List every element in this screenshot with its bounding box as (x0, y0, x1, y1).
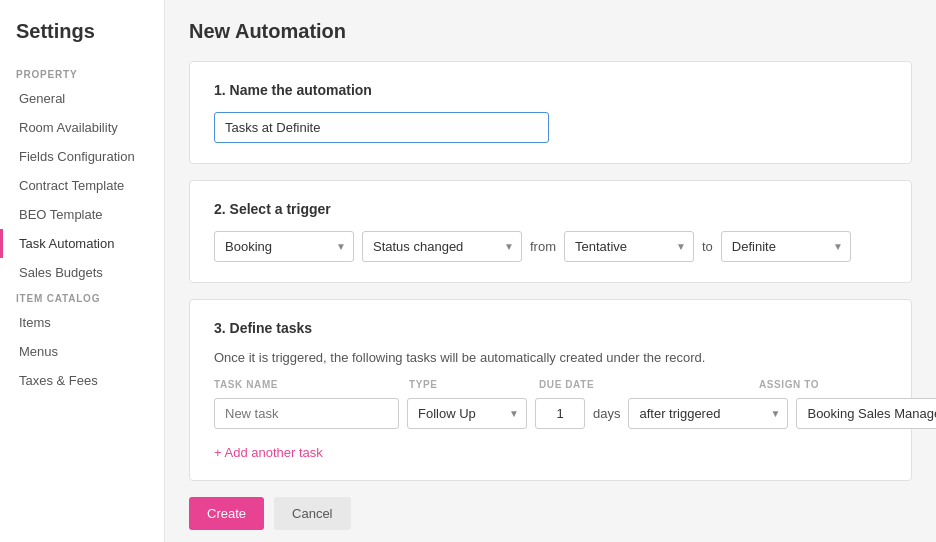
tasks-table-header: TASK NAME TYPE DUE DATE ASSIGN TO (214, 379, 887, 390)
create-button[interactable]: Create (189, 497, 264, 530)
sidebar-item-task-automation[interactable]: Task Automation (0, 229, 164, 258)
from-select[interactable]: Tentative Prospect Definite Lost Cancell… (564, 231, 694, 262)
after-select[interactable]: after triggered before triggered after e… (628, 398, 788, 429)
days-label: days (593, 406, 620, 421)
assign-select-wrap: Booking Sales Manager Account Manager Ev… (796, 398, 936, 429)
booking-select[interactable]: Booking Event (214, 231, 354, 262)
type-select[interactable]: Follow Up Call Email Meeting (407, 398, 527, 429)
tasks-description: Once it is triggered, the following task… (214, 350, 887, 365)
name-card: 1. Name the automation (189, 61, 912, 164)
page-title: New Automation (189, 20, 912, 43)
sidebar-section-property: PROPERTY (0, 63, 164, 84)
status-select-wrap: Status changed Field changed Date trigge… (362, 231, 522, 262)
th-task-name: TASK NAME (214, 379, 409, 390)
th-due-date: DUE DATE (539, 379, 759, 390)
bottom-actions: Create Cancel (189, 497, 912, 530)
task-name-input[interactable] (214, 398, 399, 429)
sidebar-item-room-availability[interactable]: Room Availability (0, 113, 164, 142)
th-assign-to: ASSIGN TO (759, 379, 887, 390)
sidebar-item-contract-template[interactable]: Contract Template (0, 171, 164, 200)
name-section-title: 1. Name the automation (214, 82, 887, 98)
task-row: Follow Up Call Email Meeting ▼ days afte… (214, 398, 887, 429)
sidebar-section-item-catalog: ITEM CATALOG (0, 287, 164, 308)
th-type: TYPE (409, 379, 539, 390)
due-date-input[interactable] (535, 398, 585, 429)
sidebar-item-sales-budgets[interactable]: Sales Budgets (0, 258, 164, 287)
cancel-button[interactable]: Cancel (274, 497, 350, 530)
sidebar-item-fields-configuration[interactable]: Fields Configuration (0, 142, 164, 171)
type-select-wrap: Follow Up Call Email Meeting ▼ (407, 398, 527, 429)
from-label: from (530, 239, 556, 254)
booking-select-wrap: Booking Event ▼ (214, 231, 354, 262)
add-task-link[interactable]: + Add another task (214, 445, 323, 460)
to-select-wrap: Definite Tentative Prospect Lost Cancell… (721, 231, 851, 262)
sidebar-item-beo-template[interactable]: BEO Template (0, 200, 164, 229)
automation-name-input[interactable] (214, 112, 549, 143)
sidebar-item-menus[interactable]: Menus (0, 337, 164, 366)
after-select-wrap: after triggered before triggered after e… (628, 398, 788, 429)
trigger-section-title: 2. Select a trigger (214, 201, 887, 217)
sidebar: Settings PROPERTY General Room Availabil… (0, 0, 165, 542)
sidebar-item-general[interactable]: General (0, 84, 164, 113)
tasks-section-title: 3. Define tasks (214, 320, 887, 336)
to-label: to (702, 239, 713, 254)
sidebar-item-taxes-fees[interactable]: Taxes & Fees (0, 366, 164, 395)
from-select-wrap: Tentative Prospect Definite Lost Cancell… (564, 231, 694, 262)
status-select[interactable]: Status changed Field changed Date trigge… (362, 231, 522, 262)
sidebar-item-items[interactable]: Items (0, 308, 164, 337)
assign-select[interactable]: Booking Sales Manager Account Manager Ev… (796, 398, 936, 429)
sidebar-title: Settings (0, 20, 164, 63)
main-content: New Automation 1. Name the automation 2.… (165, 0, 936, 542)
to-select[interactable]: Definite Tentative Prospect Lost Cancell… (721, 231, 851, 262)
tasks-card: 3. Define tasks Once it is triggered, th… (189, 299, 912, 481)
trigger-row: Booking Event ▼ Status changed Field cha… (214, 231, 887, 262)
trigger-card: 2. Select a trigger Booking Event ▼ Stat… (189, 180, 912, 283)
